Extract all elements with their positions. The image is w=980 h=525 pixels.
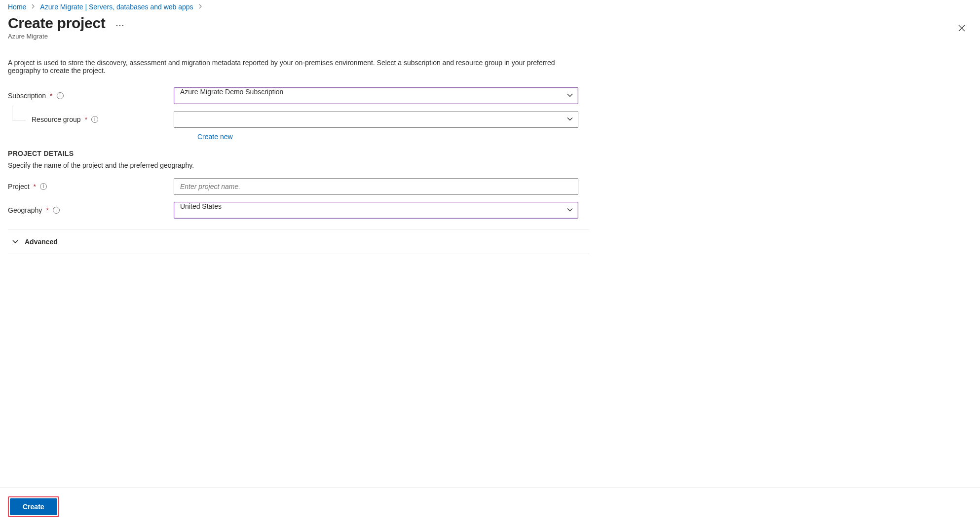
resource-group-row: Resource group * i (8, 111, 589, 128)
close-button[interactable] (955, 22, 968, 35)
page-title: Create project (8, 15, 106, 32)
required-icon: * (85, 115, 87, 123)
chevron-right-icon (198, 4, 202, 10)
advanced-label: Advanced (25, 238, 58, 246)
page-subtitle: Azure Migrate (8, 33, 125, 40)
info-icon[interactable]: i (53, 207, 60, 214)
info-icon[interactable]: i (57, 92, 64, 99)
chevron-right-icon (31, 4, 35, 10)
breadcrumb-azure-migrate[interactable]: Azure Migrate | Servers, databases and w… (40, 3, 193, 11)
page-description: A project is used to store the discovery… (8, 59, 589, 75)
geography-row: Geography * i United States (8, 202, 589, 219)
subscription-label: Subscription (8, 92, 46, 100)
project-row: Project * i (8, 178, 589, 195)
project-label: Project (8, 183, 30, 190)
subscription-row: Subscription * i Azure Migrate Demo Subs… (8, 87, 589, 104)
footer-bar: Create (0, 487, 980, 525)
chevron-down-icon (12, 239, 19, 244)
geography-label: Geography (8, 206, 42, 214)
page-header: Create project ⋯ Azure Migrate (0, 13, 980, 40)
subscription-select[interactable]: Azure Migrate Demo Subscription (174, 87, 578, 104)
required-icon: * (34, 183, 36, 190)
project-name-input[interactable] (174, 178, 578, 195)
create-new-resource-group-link[interactable]: Create new (197, 133, 233, 141)
project-details-desc: Specify the name of the project and the … (8, 161, 589, 169)
more-actions-button[interactable]: ⋯ (115, 16, 125, 31)
required-icon: * (50, 92, 52, 100)
create-button[interactable]: Create (10, 498, 57, 515)
resource-group-select[interactable] (174, 111, 578, 128)
advanced-toggle[interactable]: Advanced (8, 230, 589, 254)
project-details-heading: PROJECT DETAILS (8, 150, 589, 157)
info-icon[interactable]: i (91, 116, 98, 123)
required-icon: * (46, 206, 48, 214)
breadcrumb: Home Azure Migrate | Servers, databases … (0, 0, 980, 13)
create-button-highlight: Create (8, 496, 59, 517)
geography-select[interactable]: United States (174, 202, 578, 219)
info-icon[interactable]: i (40, 183, 47, 190)
breadcrumb-home[interactable]: Home (8, 3, 26, 11)
resource-group-label: Resource group (32, 115, 81, 123)
